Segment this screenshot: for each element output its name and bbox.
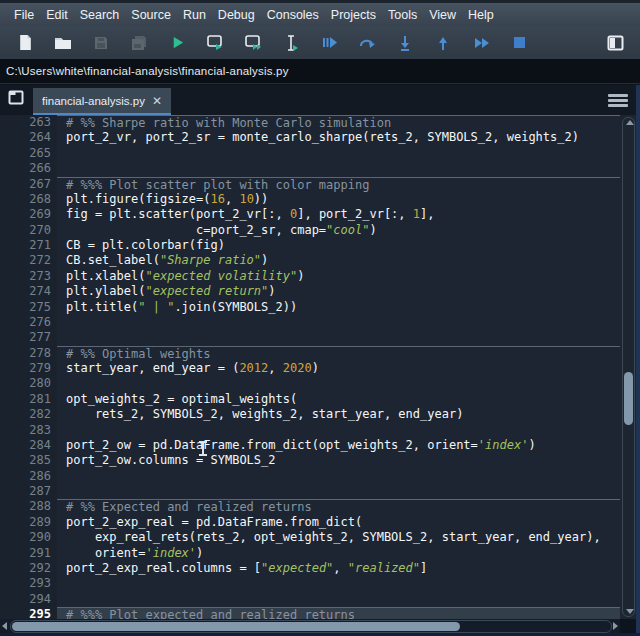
- code-line[interactable]: # %% Optimal weights: [57, 346, 620, 361]
- tab-close-icon[interactable]: ✕: [152, 95, 162, 107]
- code-line[interactable]: plt.figure(figsize=(16, 10)): [57, 192, 620, 207]
- vertical-scrollbar-thumb[interactable]: [624, 372, 633, 425]
- line-number[interactable]: 285: [0, 453, 51, 468]
- line-number[interactable]: 284: [0, 438, 51, 453]
- line-number[interactable]: 265: [0, 146, 51, 161]
- horizontal-scrollbar-thumb[interactable]: [12, 622, 460, 631]
- code-line[interactable]: orient='index'): [57, 546, 620, 561]
- code-line[interactable]: port_2_exp_real.columns = ["expected", "…: [57, 561, 620, 576]
- run-cell-button[interactable]: [196, 30, 234, 56]
- debug-file-button[interactable]: [310, 30, 348, 56]
- line-number[interactable]: 289: [0, 515, 51, 530]
- line-number[interactable]: 282: [0, 407, 51, 422]
- code-line[interactable]: # %%% Plot scatter plot with color mappi…: [57, 177, 620, 192]
- code-line[interactable]: CB.set_label("Sharpe ratio"): [57, 253, 620, 268]
- code-line[interactable]: port_2_ow = pd.DataFrame.from_dict(opt_w…: [57, 438, 620, 453]
- line-number[interactable]: 295: [0, 607, 51, 619]
- code-line[interactable]: port_2_exp_real = pd.DataFrame.from_dict…: [57, 515, 620, 530]
- line-number[interactable]: 275: [0, 300, 51, 315]
- tab-financial-analysis[interactable]: financial-analysis.py ✕: [33, 88, 171, 116]
- code-line[interactable]: port_2_ow.columns = SYMBOLS_2: [57, 453, 620, 468]
- menu-run[interactable]: Run: [177, 8, 212, 22]
- menu-debug[interactable]: Debug: [212, 8, 261, 22]
- open-file-button[interactable]: [44, 30, 82, 56]
- scroll-left-arrow-icon[interactable]: [2, 622, 7, 630]
- code-line[interactable]: # %%% Plot expected and realized returns: [57, 607, 620, 619]
- code-line[interactable]: [57, 423, 620, 438]
- vertical-scrollbar-track[interactable]: [622, 117, 635, 617]
- line-number[interactable]: 279: [0, 361, 51, 376]
- menu-tools[interactable]: Tools: [382, 8, 423, 22]
- debug-continue-button[interactable]: [462, 30, 500, 56]
- code-line[interactable]: plt.title(" | ".join(SYMBOLS_2)): [57, 300, 620, 315]
- scroll-up-arrow-icon[interactable]: [626, 120, 634, 125]
- code-line[interactable]: # %% Sharpe ratio with Monte Carlo simul…: [57, 115, 620, 130]
- options-menu-button[interactable]: [608, 94, 628, 107]
- line-number[interactable]: 280: [0, 376, 51, 391]
- line-number[interactable]: 271: [0, 238, 51, 253]
- code-line[interactable]: [57, 576, 620, 591]
- code-line[interactable]: fig = plt.scatter(port_2_vr[:, 0], port_…: [57, 207, 620, 222]
- line-number[interactable]: 286: [0, 469, 51, 484]
- code-line[interactable]: [57, 484, 620, 499]
- menu-search[interactable]: Search: [74, 8, 126, 22]
- code-line[interactable]: plt.xlabel("expected volatility"): [57, 269, 620, 284]
- horizontal-scrollbar[interactable]: [0, 619, 620, 633]
- code-line[interactable]: [57, 146, 620, 161]
- line-number[interactable]: 292: [0, 561, 51, 576]
- line-number[interactable]: 276: [0, 315, 51, 330]
- scroll-down-arrow-icon[interactable]: [626, 609, 634, 614]
- line-number[interactable]: 268: [0, 192, 51, 207]
- menu-file[interactable]: File: [8, 8, 40, 22]
- line-number[interactable]: 266: [0, 161, 51, 176]
- menu-view[interactable]: View: [423, 8, 462, 22]
- code-line[interactable]: [57, 469, 620, 484]
- line-number[interactable]: 269: [0, 207, 51, 222]
- run-selection-button[interactable]: [272, 30, 310, 56]
- browse-tabs-button[interactable]: [7, 91, 25, 107]
- vertical-scrollbar[interactable]: [620, 115, 636, 619]
- code-line[interactable]: [57, 376, 620, 391]
- line-number[interactable]: 290: [0, 530, 51, 545]
- code-line[interactable]: exp_real_rets(rets_2, opt_weights_2, SYM…: [57, 530, 620, 545]
- line-number[interactable]: 267: [0, 177, 51, 192]
- line-number[interactable]: 263: [0, 115, 51, 130]
- code-line[interactable]: [57, 161, 620, 176]
- menu-source[interactable]: Source: [125, 8, 177, 22]
- line-number[interactable]: 291: [0, 546, 51, 561]
- code-line[interactable]: c=port_2_sr, cmap="cool"): [57, 223, 620, 238]
- code-line[interactable]: [57, 330, 620, 345]
- line-number[interactable]: 287: [0, 484, 51, 499]
- debug-stop-button[interactable]: [500, 30, 538, 56]
- menu-projects[interactable]: Projects: [325, 8, 382, 22]
- menu-consoles[interactable]: Consoles: [261, 8, 325, 22]
- line-number[interactable]: 281: [0, 392, 51, 407]
- debug-step-over-button[interactable]: [348, 30, 386, 56]
- line-number[interactable]: 264: [0, 130, 51, 145]
- code-line[interactable]: plt.ylabel("expected return"): [57, 284, 620, 299]
- menu-help[interactable]: Help: [462, 8, 500, 22]
- code-line[interactable]: # %% Expected and realized returns: [57, 499, 620, 514]
- code-line[interactable]: [57, 592, 620, 607]
- save-all-button[interactable]: [120, 30, 158, 56]
- line-number[interactable]: 270: [0, 223, 51, 238]
- line-number[interactable]: 272: [0, 253, 51, 268]
- new-file-button[interactable]: [6, 30, 44, 56]
- line-number[interactable]: 274: [0, 284, 51, 299]
- debug-step-return-button[interactable]: [424, 30, 462, 56]
- code-line[interactable]: CB = plt.colorbar(fig): [57, 238, 620, 253]
- debug-step-into-button[interactable]: [386, 30, 424, 56]
- maximize-pane-button[interactable]: [596, 30, 634, 56]
- line-number[interactable]: 273: [0, 269, 51, 284]
- menu-edit[interactable]: Edit: [40, 8, 74, 22]
- line-number[interactable]: 277: [0, 330, 51, 345]
- line-number[interactable]: 278: [0, 346, 51, 361]
- line-number[interactable]: 288: [0, 499, 51, 514]
- line-number[interactable]: 293: [0, 576, 51, 591]
- code-line[interactable]: start_year, end_year = (2012, 2020): [57, 361, 620, 376]
- code-line[interactable]: opt_weights_2 = optimal_weights(: [57, 392, 620, 407]
- code-line[interactable]: [57, 315, 620, 330]
- line-number[interactable]: 283: [0, 423, 51, 438]
- save-file-button[interactable]: [82, 30, 120, 56]
- line-number[interactable]: 294: [0, 592, 51, 607]
